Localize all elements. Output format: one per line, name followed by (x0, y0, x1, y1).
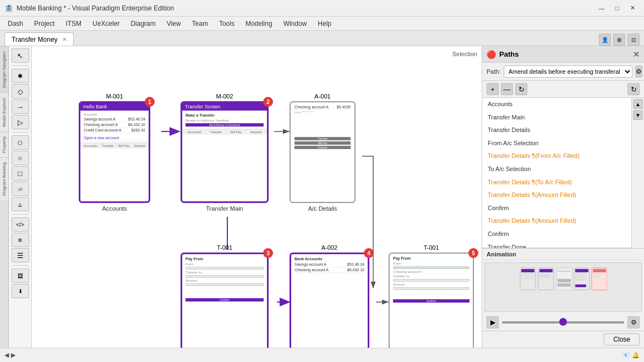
path-item-9[interactable]: Transfer Details ¶(Amount Filled) (482, 215, 631, 228)
mockup-m001[interactable]: Hello Bank Accounts Savings account A$52… (79, 101, 150, 203)
path-item-3[interactable]: From A/c Selection (482, 137, 631, 150)
node-a001[interactable]: A-001 Checking account A$5.4035 some ***… (290, 93, 356, 212)
mockup-a001[interactable]: Checking account A$5.4035 some *** *** *… (290, 101, 356, 203)
node-a002[interactable]: A-002 Bank Accounts Savings account A$52… (290, 244, 369, 348)
tab-model-explorer[interactable]: Model Explorer (0, 92, 8, 131)
tab-action-2[interactable]: ⊞ (613, 34, 625, 46)
tool-circle[interactable]: ○ (12, 151, 29, 165)
mockup-t001[interactable]: Pay From From: Transfer to: Amount: Conf… (181, 253, 269, 348)
close-window-button[interactable]: ✕ (625, 3, 640, 13)
menu-diagram[interactable]: Diagram (125, 18, 161, 29)
tool-menu[interactable]: ☰ (12, 248, 29, 262)
node-t001b[interactable]: T-001 Pay From From: Checking account A … (389, 244, 474, 348)
svg-rect-23 (575, 276, 586, 278)
path-item-7[interactable]: Transfer Details ¶(Amount Filled) (482, 189, 631, 202)
tool-lines[interactable]: ≡ (12, 233, 29, 247)
menu-window[interactable]: Window (278, 18, 313, 29)
path-item-10[interactable]: Confirm (482, 228, 631, 241)
path-item-2[interactable]: Transfer Details (482, 124, 631, 137)
tab-action-3[interactable]: ⊡ (627, 34, 640, 46)
svg-rect-25 (575, 284, 586, 287)
paths-remove-button[interactable]: — (501, 83, 513, 95)
minimize-button[interactable]: — (594, 3, 609, 13)
tool-arrow[interactable]: → (12, 100, 29, 114)
menu-team[interactable]: Team (187, 18, 214, 29)
path-item-0[interactable]: Accounts (482, 98, 631, 111)
menu-help[interactable]: Help (312, 18, 337, 29)
scroll-right-button[interactable]: ▶ (11, 352, 15, 359)
path-item-8[interactable]: Confirm (482, 202, 631, 215)
badge-5: 5 (468, 248, 478, 258)
mockup-a002-body: Bank Accounts Savings account A$52.46.24… (291, 254, 368, 275)
animation-slider[interactable] (502, 321, 624, 323)
paths-scroll-down[interactable]: ▼ (633, 110, 643, 120)
tool-star[interactable]: ✱ (12, 69, 29, 83)
maximize-button[interactable]: □ (610, 3, 624, 13)
title-text: Mobile Banking * - Visual Paradigm Enter… (17, 4, 174, 12)
diagram-tab[interactable]: Transfer Money ✕ (4, 32, 74, 46)
node-t001[interactable]: T-001 Pay From From: Transfer to: Amount… (181, 244, 269, 348)
menu-tools[interactable]: Tools (214, 18, 240, 29)
tool-play[interactable]: ▷ (12, 115, 29, 129)
tab-actions: 👤 ⊞ ⊡ (599, 34, 640, 46)
paths-path-select[interactable]: Amend details before executing transfera… (504, 65, 632, 78)
diagram-canvas[interactable]: M-001 Hello Bank Accounts Savings accoun… (32, 46, 482, 348)
tool-image[interactable]: 🖼 (12, 268, 29, 283)
play-button[interactable]: ▶ (487, 316, 499, 328)
paths-panel: 🔴 Paths ✕ Path: Amend details before exe… (482, 46, 644, 348)
menu-bar: Dash Project ITSM UeXceler Diagram View … (0, 17, 644, 31)
mockup-a002[interactable]: Bank Accounts Savings account A$52.46.24… (290, 253, 369, 348)
node-m001[interactable]: M-001 Hello Bank Accounts Savings accoun… (79, 93, 150, 212)
tool-hex[interactable]: ⬡ (12, 135, 29, 150)
tab-diagram-backlog[interactable]: Diagram Backlog (0, 157, 8, 200)
menu-modeling[interactable]: Modeling (240, 18, 278, 29)
tool-diamond[interactable]: ◇ (12, 84, 29, 98)
tool-rect[interactable]: □ (12, 166, 29, 180)
select-tool[interactable]: ↖ (12, 48, 29, 63)
paths-add-button[interactable]: + (487, 83, 499, 95)
badge-3: 3 (263, 248, 273, 258)
mockup-t001-body: Pay From From: Transfer to: Amount: Conf… (182, 254, 267, 304)
paths-close-dialog-button[interactable]: Close (604, 333, 640, 345)
paths-scroll-up[interactable]: ▲ (633, 99, 643, 109)
scroll-left-button[interactable]: ◀ (4, 352, 9, 359)
menu-uexceler[interactable]: UeXceler (87, 18, 125, 29)
paths-panel-header: 🔴 Paths ✕ (482, 46, 644, 63)
tab-close[interactable]: ✕ (62, 36, 67, 42)
tool-triangle[interactable]: ▵ (12, 197, 29, 211)
path-item-1[interactable]: Transfer Main (482, 111, 631, 124)
mockup-t001b[interactable]: Pay From From: Checking account A Transf… (389, 253, 474, 348)
svg-rect-17 (558, 271, 571, 272)
tab-action-1[interactable]: 👤 (599, 34, 611, 46)
svg-rect-24 (575, 279, 586, 281)
tool-down[interactable]: ⬇ (12, 284, 29, 298)
mockup-m001-footer: AccountsTransferBill PayDeposit (80, 142, 149, 149)
menu-view[interactable]: View (161, 18, 187, 29)
mockup-m002[interactable]: Transfer Screen Make a Transfer Renew or… (181, 101, 269, 203)
path-item-4[interactable]: Transfer Details ¶(From A/c Filled) (482, 150, 631, 163)
tab-diagram-navigator[interactable]: Diagram Navigator (0, 46, 8, 92)
side-tabs-left: Diagram Navigator Model Explorer Propert… (0, 46, 9, 348)
node-m002[interactable]: M-002 Transfer Screen Make a Transfer Re… (181, 93, 269, 212)
animation-gear-button[interactable]: ⚙ (627, 316, 640, 328)
paths-refresh2-button[interactable]: ↻ (627, 83, 640, 95)
paths-close-button[interactable]: ✕ (633, 50, 640, 59)
menu-dash[interactable]: Dash (2, 18, 29, 29)
animation-thumb (559, 318, 567, 326)
animation-header: Animation (482, 249, 644, 260)
path-item-5[interactable]: To A/c Selection (482, 163, 631, 176)
menu-project[interactable]: Project (29, 18, 60, 29)
paths-gear-button[interactable]: ⚙ (635, 65, 642, 78)
tab-property[interactable]: Property (0, 131, 8, 157)
paths-refresh-button[interactable]: ↻ (515, 83, 527, 95)
menu-itsm[interactable]: ITSM (60, 18, 87, 29)
animation-thumbnails (519, 265, 607, 309)
path-item-11[interactable]: Transfer Done (482, 241, 631, 248)
tab-bar: Transfer Money ✕ 👤 ⊞ ⊡ (0, 31, 644, 46)
path-item-6[interactable]: Transfer Details ¶(To A/c Filled) (482, 176, 631, 189)
node-id-a001: A-001 (314, 93, 330, 100)
tool-parallelogram[interactable]: ▱ (12, 182, 29, 196)
status-notif: 🔔 (632, 352, 640, 359)
paths-title: Paths (499, 50, 519, 58)
tool-code[interactable]: </> (12, 217, 29, 232)
